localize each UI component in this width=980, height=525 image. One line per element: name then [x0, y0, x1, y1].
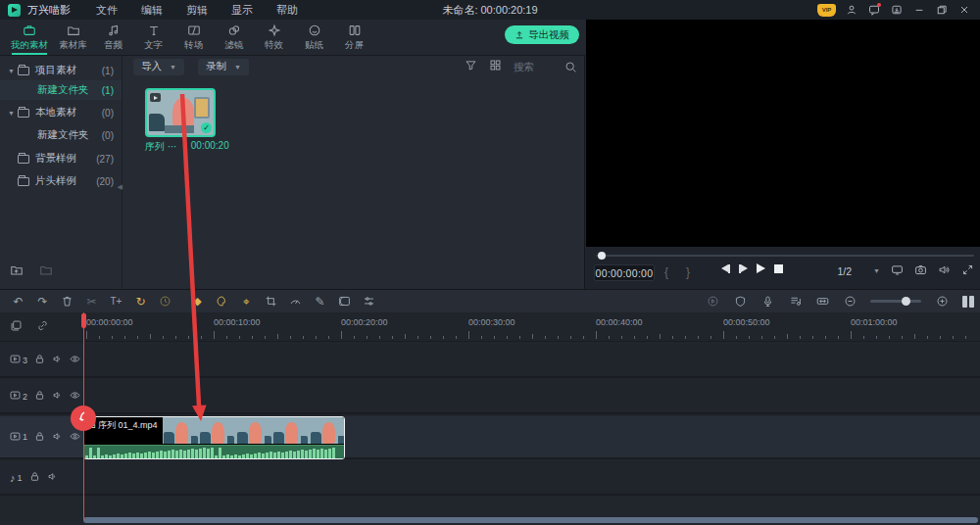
timeline-ruler[interactable]: 00:00:00:00 00:00:10:00 00:00:20:00 00:0…: [0, 312, 980, 342]
mute-track-icon[interactable]: [47, 471, 58, 484]
minimize-button[interactable]: [912, 3, 926, 17]
link-clips-icon[interactable]: [36, 318, 49, 336]
tab-transitions[interactable]: 转场: [173, 20, 214, 55]
tab-my-media[interactable]: 我的素材: [6, 20, 53, 55]
tab-text[interactable]: 文字: [133, 20, 173, 55]
fullscreen-icon[interactable]: [961, 263, 974, 278]
speed-gauge-icon[interactable]: [283, 295, 308, 308]
grid-view-icon[interactable]: [489, 58, 502, 75]
mark-out-icon[interactable]: }: [686, 265, 690, 279]
track-video-1[interactable]: 1 ⊞ 序列 01_4.mp4: [0, 416, 980, 459]
lock-track-icon[interactable]: [34, 390, 45, 403]
seekbar-knob[interactable]: [598, 252, 606, 260]
hide-track-icon[interactable]: [70, 431, 80, 444]
search-input[interactable]: [514, 61, 559, 72]
vip-badge[interactable]: VIP: [817, 4, 836, 17]
delete-folder-icon[interactable]: [39, 263, 53, 281]
horizontal-scrollbar[interactable]: [83, 517, 978, 523]
track-lane[interactable]: [83, 380, 980, 412]
panel-layout-icon[interactable]: [962, 296, 974, 308]
menu-edit[interactable]: 编辑: [129, 3, 174, 18]
tab-stock-media[interactable]: 素材库: [53, 20, 93, 55]
caret-down-icon[interactable]: ▼: [8, 110, 18, 117]
maximize-button[interactable]: [935, 3, 949, 17]
split-scissors-icon[interactable]: ✂: [79, 295, 104, 309]
track-video-2[interactable]: 2: [0, 380, 980, 414]
adjust-sliders-icon[interactable]: [357, 295, 381, 308]
snapshot-camera-icon[interactable]: [914, 263, 927, 278]
zoom-out-icon[interactable]: [839, 295, 860, 308]
playhead-handle[interactable]: [81, 313, 86, 328]
message-icon[interactable]: [867, 3, 881, 17]
record-button[interactable]: 录制▼: [198, 59, 249, 75]
sidebar-item-new-folder-1[interactable]: 新建文件夹 (1): [0, 80, 122, 100]
menu-file[interactable]: 文件: [84, 3, 129, 18]
rotate-icon[interactable]: ↻: [128, 295, 153, 309]
mute-track-icon[interactable]: [52, 354, 63, 366]
caret-down-icon[interactable]: ▼: [8, 68, 18, 74]
marker-shield-icon[interactable]: [729, 295, 751, 308]
sidebar-item-background-samples[interactable]: 背景样例 (27): [0, 149, 122, 168]
play-button[interactable]: [757, 263, 765, 273]
export-video-button[interactable]: 导出视频: [505, 25, 579, 44]
add-text-icon[interactable]: T+: [104, 296, 128, 307]
render-preview-icon[interactable]: [702, 295, 723, 308]
undo-icon[interactable]: ↶: [6, 295, 30, 309]
mark-in-icon[interactable]: {: [664, 265, 668, 279]
close-button[interactable]: [957, 3, 971, 17]
crop-icon[interactable]: [259, 295, 283, 308]
next-frame-button[interactable]: [739, 264, 748, 273]
manage-tracks-icon[interactable]: [10, 318, 23, 336]
menu-help[interactable]: 帮助: [265, 3, 310, 18]
lock-track-icon[interactable]: [34, 354, 45, 366]
search-box[interactable]: [514, 61, 577, 73]
import-button[interactable]: 导入▼: [133, 59, 184, 75]
timeline-zoom-slider[interactable]: [870, 300, 921, 303]
track-lane[interactable]: [83, 461, 980, 494]
sidebar-item-project-media[interactable]: ▼ 项目素材 (1): [0, 61, 122, 80]
search-icon[interactable]: [564, 61, 577, 73]
tab-filters[interactable]: 滤镜: [214, 20, 254, 55]
auto-ripple-icon[interactable]: [811, 295, 833, 308]
track-video-3[interactable]: 3: [0, 344, 980, 378]
lock-track-icon[interactable]: [34, 431, 45, 444]
preview-zoom-select[interactable]: 1/2 ▼: [837, 265, 880, 277]
keyframe-icon[interactable]: ◆: [185, 295, 210, 308]
redo-icon[interactable]: ↷: [30, 295, 55, 309]
zoom-in-icon[interactable]: [931, 295, 953, 308]
track-audio-1[interactable]: ♪1: [0, 461, 980, 496]
sidebar-item-new-folder-2[interactable]: 新建文件夹 (0): [0, 125, 122, 145]
mute-track-icon[interactable]: [52, 390, 63, 403]
media-item-thumbnail[interactable]: ✓: [145, 88, 216, 137]
delete-icon[interactable]: [55, 295, 79, 308]
tab-stickers[interactable]: 贴纸: [294, 20, 334, 55]
track-lane[interactable]: [83, 344, 980, 376]
preview-seekbar[interactable]: [596, 252, 974, 260]
speed-duration-icon[interactable]: [153, 295, 177, 308]
mute-track-icon[interactable]: [52, 431, 63, 444]
record-voiceover-mic-icon[interactable]: [757, 295, 778, 308]
display-device-icon[interactable]: [891, 263, 904, 278]
color-palette-icon[interactable]: [210, 295, 234, 308]
sidebar-item-local-media[interactable]: ▼ 本地素材 (0): [0, 103, 122, 122]
tray-icon[interactable]: [890, 3, 904, 17]
volume-icon[interactable]: [938, 263, 951, 278]
hide-track-icon[interactable]: [70, 354, 80, 366]
account-icon[interactable]: [845, 3, 858, 17]
motion-tracking-icon[interactable]: ⌖: [234, 295, 259, 309]
sidebar-item-intro-samples[interactable]: 片头样例 (20): [0, 171, 122, 191]
menu-view[interactable]: 显示: [220, 3, 265, 18]
mask-icon[interactable]: [332, 295, 357, 308]
filter-icon[interactable]: [465, 58, 477, 75]
audio-mixer-icon[interactable]: [784, 295, 806, 308]
tab-effects[interactable]: 特效: [254, 20, 294, 55]
sidebar-collapse-icon[interactable]: ◀: [118, 183, 122, 191]
add-folder-icon[interactable]: [10, 263, 24, 281]
timeline-clip[interactable]: ⊞ 序列 01_4.mp4: [83, 416, 345, 459]
tab-audio[interactable]: 音频: [93, 20, 133, 55]
tab-split-screen[interactable]: 分屏: [334, 20, 374, 55]
lock-track-icon[interactable]: [29, 471, 40, 484]
stop-button[interactable]: [774, 264, 783, 273]
hide-track-icon[interactable]: [70, 390, 80, 403]
previous-frame-button[interactable]: [721, 264, 730, 273]
